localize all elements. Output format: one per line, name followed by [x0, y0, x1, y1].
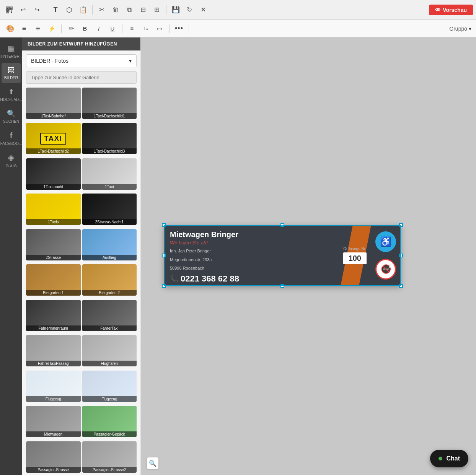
align-button[interactable]: ≡	[18, 23, 30, 34]
image-label-passagier-gepaeck: Passagier-Gepäck	[82, 431, 137, 437]
ordnungs-label: Ordnungs-Nr.	[343, 247, 366, 251]
image-cell-taxi-nacht[interactable]: 1Taxi-nacht	[26, 158, 81, 190]
image-cell-passagier-strasse2[interactable]: Passagier-Strasse2	[82, 441, 137, 473]
pen-button[interactable]: ✏	[65, 23, 77, 34]
panel-header: BILDER ZUM ENTWURF HINZUFÜGEN	[22, 37, 140, 50]
image-cell-ausflieg[interactable]: Ausflieg	[82, 229, 137, 260]
group-label: Gruppo	[449, 26, 467, 32]
image-cell-passagier-strasse[interactable]: Passagier-Strasse	[26, 441, 81, 473]
copy-content-button[interactable]: 📋	[77, 4, 89, 16]
image-cell-taxi-dachschild2[interactable]: TAXI1Taxi-Dachschild2	[26, 123, 81, 154]
image-panel: BILDER ZUM ENTWURF HINZUFÜGEN BILDER - F…	[22, 37, 141, 475]
lightning-button[interactable]: ⚡	[46, 23, 57, 34]
image-cell-flughafen[interactable]: Flughafen	[82, 335, 137, 366]
cut-button[interactable]: ✂	[96, 4, 108, 16]
duplicate-button[interactable]: ⧉	[123, 4, 135, 16]
ordnungs-number: 100	[343, 252, 367, 264]
bold-button[interactable]: B	[79, 23, 91, 34]
undo-button[interactable]: ↩	[17, 4, 29, 16]
image-cell-taxis[interactable]: 1Taxis	[26, 194, 81, 225]
accessibility-symbol: ♿	[380, 236, 391, 247]
card-left: Mietwagen Bringer Wir holen Sie ab! Inh.…	[164, 225, 339, 286]
save-button[interactable]: 💾	[170, 4, 182, 16]
redo-button[interactable]: ↪	[31, 4, 43, 16]
image-cell-taxi[interactable]: 1Taxi	[82, 158, 137, 190]
zoom-out-button[interactable]: 🔍	[147, 457, 158, 469]
search-input[interactable]	[26, 71, 137, 84]
image-cell-passagier-gepaeck[interactable]: Passagier-Gepäck	[82, 406, 137, 437]
sidebar-item-bilder[interactable]: 🖼 BILDER	[2, 63, 21, 83]
phone-row: 📞 0221 368 62 88	[170, 274, 333, 284]
text-button[interactable]: T	[49, 4, 62, 16]
image-cell-biergarten2[interactable]: Biergarten 2	[82, 264, 137, 296]
divider-s1	[61, 24, 62, 33]
dropdown-arrow-icon: ▾	[129, 58, 132, 64]
arrange-button[interactable]: ⊟	[137, 4, 149, 16]
shape-button[interactable]: ⬡	[63, 4, 75, 16]
svg-rect-6	[10, 10, 10, 11]
image-label-passagier-strasse2: Passagier-Strasse2	[82, 467, 137, 473]
group-select[interactable]: Gruppo ▾	[449, 26, 471, 32]
refresh-button[interactable]: ↻	[183, 4, 196, 16]
sidebar-item-facebook[interactable]: f FACEBOO...	[2, 128, 21, 149]
canvas-area[interactable]: Mietwagen Bringer Wir holen Sie ab! Inh.…	[141, 37, 476, 475]
image-cell-flugzeug2[interactable]: Flugzeug	[82, 371, 137, 402]
image-cell-mietwagen[interactable]: Mietwagen	[26, 406, 81, 437]
image-label-flugzeug2: Flugzeug	[82, 396, 137, 402]
text-align-button[interactable]: ≡	[126, 23, 138, 34]
main-layout: ▦ HINTERGR... 🖼 BILDER ⬆ HOCHLAD... 🔍 SU…	[0, 37, 476, 475]
italic-button[interactable]: I	[93, 23, 104, 34]
image-cell-strasse-nacht1[interactable]: 2Strasse-Nacht1	[82, 194, 137, 225]
search-icon: 🔍	[7, 109, 15, 118]
image-label-strasse-nacht1: 2Strasse-Nacht1	[82, 219, 137, 225]
image-cell-strasse[interactable]: 2Strasse	[26, 229, 81, 260]
delete-button[interactable]: 🗑	[109, 4, 122, 16]
font-size-button[interactable]: Tₐ	[140, 23, 152, 34]
more-button[interactable]: •••	[173, 23, 185, 34]
effects-button[interactable]: ✳	[32, 23, 44, 34]
image-label-passagier-strasse: Passagier-Strasse	[26, 467, 81, 473]
text-box-button[interactable]: ▭	[154, 23, 165, 34]
image-cell-taxi-bahnhof[interactable]: 1Taxi-Bahnhof	[26, 88, 81, 119]
sidebar-label-hintergrund: HINTERGR...	[0, 54, 23, 59]
qr-code-button[interactable]	[3, 4, 15, 16]
image-cell-fahrertaxipassag[interactable]: FahrerTaxiPassag	[26, 335, 81, 366]
underline-button[interactable]: U	[107, 23, 118, 34]
card-icons: ♿ 🚭	[370, 225, 401, 286]
card-middle: Ordnungs-Nr. 100	[339, 225, 370, 286]
sidebar-item-hochlad[interactable]: ⬆ HOCHLAD...	[2, 85, 21, 105]
image-cell-fahrertaxi[interactable]: FahrerTaxi	[82, 300, 137, 331]
image-cell-biergarten1[interactable]: Biergarten 1	[26, 264, 81, 296]
sidebar-item-insta[interactable]: ◉ INSTA	[2, 150, 21, 171]
divider-1	[46, 5, 46, 15]
category-dropdown[interactable]: BILDER - Fotos ▾	[26, 54, 137, 67]
preview-button[interactable]: 👁 Vorschau	[429, 5, 473, 15]
image-label-taxi-dachschild1: 1Taxi-Dachschild1	[82, 113, 137, 119]
phone-icon: 📞	[170, 275, 178, 283]
chat-status-indicator	[439, 457, 442, 460]
card-contact: Inh. Jan Peter Bringer Megeretinnenstr. …	[170, 246, 333, 284]
image-label-fahrerinnenraum: FahrerInnenraum	[26, 325, 81, 331]
image-cell-flugzeug1[interactable]: Flugzeug	[26, 371, 81, 402]
close-button[interactable]: ✕	[197, 4, 209, 16]
sidebar-label-suchen: SUCHEN	[3, 119, 19, 124]
image-cell-taxi-dachschild1[interactable]: 1Taxi-Dachschild1	[82, 88, 137, 119]
design-card[interactable]: Mietwagen Bringer Wir holen Sie ab! Inh.…	[164, 225, 401, 286]
image-label-taxi-dachschild3: 1Taxi-Dachschild3	[82, 148, 137, 154]
image-label-biergarten1: Biergarten 1	[26, 290, 81, 296]
preview-label: Vorschau	[443, 7, 467, 13]
image-cell-fahrerinnenraum[interactable]: FahrerInnenraum	[26, 300, 81, 331]
image-cell-taxi-dachschild3[interactable]: 1Taxi-Dachschild3	[82, 123, 137, 154]
facebook-icon: f	[10, 131, 13, 140]
image-label-taxi-nacht: 1Taxi-nacht	[26, 184, 81, 190]
sidebar-label-bilder: BILDER	[4, 76, 18, 80]
color-button[interactable]: 🎨	[5, 23, 16, 34]
image-label-taxis: 1Taxis	[26, 219, 81, 225]
sidebar-item-hintergrund[interactable]: ▦ HINTERGR...	[2, 41, 21, 62]
zoom-out-icon: 🔍	[149, 460, 156, 467]
sidebar-item-suchen[interactable]: 🔍 SUCHEN	[2, 106, 21, 127]
image-label-fahrertaxi: FahrerTaxi	[82, 325, 137, 331]
layers-button[interactable]: ⊞	[151, 4, 163, 16]
chat-bubble[interactable]: Chat	[430, 450, 468, 467]
image-label-mietwagen: Mietwagen	[26, 431, 81, 437]
